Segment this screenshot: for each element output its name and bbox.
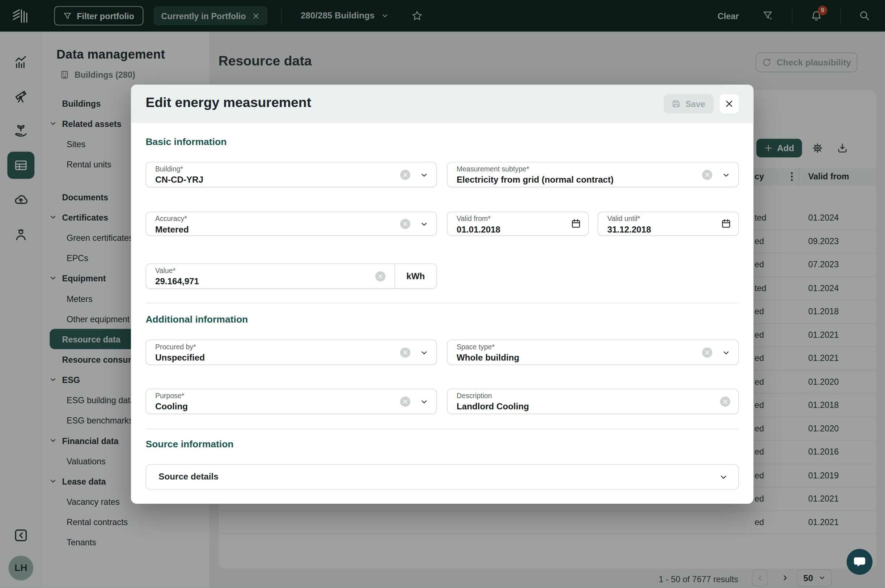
chevron-down-icon[interactable] xyxy=(420,171,428,179)
description-value: Landlord Cooling xyxy=(457,402,529,412)
value-field-value: 29.164,971 xyxy=(155,276,199,286)
clear-field-icon[interactable] xyxy=(400,347,410,357)
chevron-down-icon xyxy=(719,472,728,482)
chevron-down-icon[interactable] xyxy=(722,348,730,357)
section-basic-information: Basic information xyxy=(146,136,227,147)
clear-field-icon[interactable] xyxy=(702,347,712,357)
accuracy-field-value: Metered xyxy=(155,225,189,235)
purpose-field[interactable]: Purpose* Cooling xyxy=(146,389,437,414)
section-source-information: Source information xyxy=(146,439,233,450)
save-button[interactable]: Save xyxy=(664,94,713,114)
procured-by-field[interactable]: Procured by* Unspecified xyxy=(146,340,437,365)
valid-from-value: 01.01.2018 xyxy=(457,225,500,235)
clear-field-icon[interactable] xyxy=(375,271,385,281)
section-additional-information: Additional information xyxy=(146,314,248,326)
description-field[interactable]: Description Landlord Cooling xyxy=(447,389,738,414)
save-label: Save xyxy=(685,99,705,109)
measurement-subtype-value: Electricity from grid (normal contract) xyxy=(457,175,614,185)
purpose-value: Cooling xyxy=(155,402,188,412)
source-details-label: Source details xyxy=(158,471,218,482)
section-divider xyxy=(146,303,738,304)
clear-field-icon[interactable] xyxy=(400,170,410,180)
procured-by-value: Unspecified xyxy=(155,352,205,363)
building-field-label: Building* xyxy=(155,165,183,173)
clear-field-icon[interactable] xyxy=(400,218,410,228)
calendar-icon[interactable] xyxy=(571,218,581,229)
modal-title: Edit energy measurement xyxy=(146,95,311,111)
valid-from-label: Valid from* xyxy=(457,215,491,223)
measurement-subtype-field[interactable]: Measurement subtype* Electricity from gr… xyxy=(447,162,738,188)
save-floppy-icon xyxy=(672,99,681,108)
chevron-down-icon[interactable] xyxy=(420,348,428,357)
source-details-accordion[interactable]: Source details xyxy=(146,464,738,490)
measurement-subtype-label: Measurement subtype* xyxy=(457,165,529,173)
space-type-value: Whole building xyxy=(457,352,519,363)
close-modal-button[interactable] xyxy=(720,94,739,114)
valid-until-field[interactable]: Valid until* 31.12.2018 xyxy=(598,212,739,236)
valid-until-label: Valid until* xyxy=(607,215,640,223)
accuracy-field-label: Accuracy* xyxy=(155,215,187,223)
procured-by-label: Procured by* xyxy=(155,343,196,351)
section-divider xyxy=(146,429,738,430)
value-field-label: Value* xyxy=(155,267,176,275)
modal-header: Edit energy measurement Save xyxy=(131,85,754,123)
close-icon xyxy=(725,99,734,108)
calendar-icon[interactable] xyxy=(721,218,732,229)
clear-field-icon[interactable] xyxy=(702,170,712,180)
clear-field-icon[interactable] xyxy=(400,396,410,406)
accuracy-field[interactable]: Accuracy* Metered xyxy=(146,212,437,236)
clear-field-icon[interactable] xyxy=(720,396,730,406)
value-field[interactable]: Value* 29.164,971 kWh xyxy=(146,263,437,289)
chat-launcher-button[interactable] xyxy=(847,549,873,575)
building-field-value: CN-CD-YRJ xyxy=(155,175,203,185)
edit-energy-measurement-modal: Edit energy measurement Save Basic infor… xyxy=(131,85,754,504)
valid-until-value: 31.12.2018 xyxy=(607,225,651,235)
chevron-down-icon[interactable] xyxy=(420,398,428,406)
building-field[interactable]: Building* CN-CD-YRJ xyxy=(146,162,437,188)
purpose-label: Purpose* xyxy=(155,392,184,400)
valid-from-field[interactable]: Valid from* 01.01.2018 xyxy=(447,212,589,236)
value-unit: kWh xyxy=(394,264,436,288)
chevron-down-icon[interactable] xyxy=(722,171,730,179)
chat-bubble-icon xyxy=(853,555,866,568)
chevron-down-icon[interactable] xyxy=(420,220,428,228)
description-label: Description xyxy=(457,392,492,400)
space-type-field[interactable]: Space type* Whole building xyxy=(447,340,738,365)
space-type-label: Space type* xyxy=(457,343,494,351)
